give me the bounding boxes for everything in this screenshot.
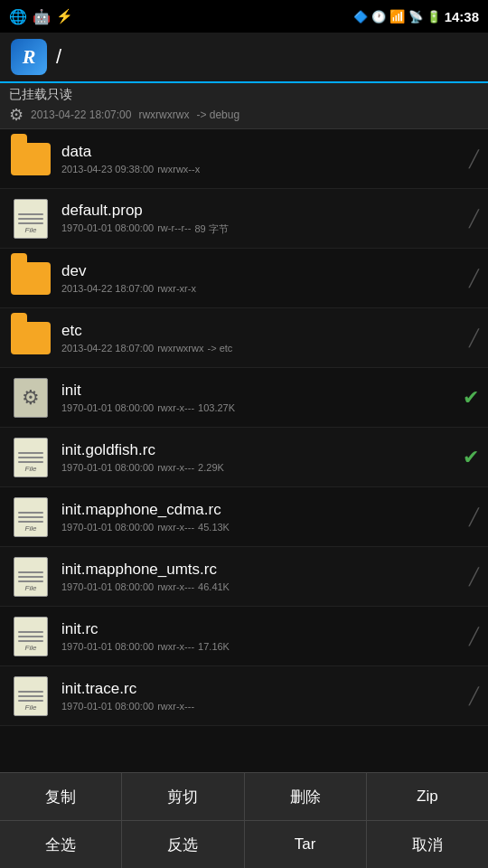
- file-icon: [9, 615, 52, 658]
- file-date: 1970-01-01 08:00:00: [61, 402, 154, 413]
- file-permissions: rwxr-x---: [157, 641, 194, 652]
- file-info: default.prop 1970-01-01 08:00:00rw-r--r-…: [61, 202, 464, 236]
- file-name: data: [61, 143, 464, 161]
- slash-icon: ╱: [469, 149, 479, 169]
- delete-button[interactable]: 删除: [245, 773, 367, 820]
- file-permissions: rwxr-x---: [157, 522, 194, 533]
- current-path: /: [56, 45, 61, 69]
- status-time: 14:38: [445, 9, 479, 24]
- mount-date: 2013-04-22 18:07:00: [31, 108, 131, 121]
- file-info: init.mapphone_cdma.rc 1970-01-01 08:00:0…: [61, 501, 464, 533]
- file-icon: [9, 495, 52, 539]
- file-date: 1970-01-01 08:00:00: [61, 522, 154, 533]
- list-item[interactable]: init.rc 1970-01-01 08:00:00rwxr-x---17.1…: [0, 607, 488, 666]
- file-name: init.rc: [61, 620, 464, 638]
- file-size: 103.27K: [198, 402, 235, 413]
- title-bar: R /: [0, 33, 488, 83]
- list-item[interactable]: init.mapphone_cdma.rc 1970-01-01 08:00:0…: [0, 487, 488, 547]
- list-item[interactable]: default.prop 1970-01-01 08:00:00rw-r--r-…: [0, 189, 488, 249]
- file-list: 已挂载只读 ⚙ 2013-04-22 18:07:00 rwxrwxrwx ->…: [0, 83, 488, 772]
- file-icon: [9, 675, 52, 718]
- file-meta: 2013-04-22 18:07:00rwxr-xr-x: [61, 283, 464, 294]
- select-all-button[interactable]: 全选: [0, 821, 122, 868]
- sys-file-icon: ⚙: [9, 376, 52, 420]
- list-item[interactable]: ⚙ init 1970-01-01 08:00:00rwxr-x---103.2…: [0, 368, 488, 428]
- status-bar-left: 🌐 🤖 ⚡: [9, 8, 73, 25]
- file-info: data 2013-04-23 09:38:00rwxrwx--x: [61, 143, 464, 175]
- button-row-2: 全选 反选 Tar 取消: [0, 820, 488, 868]
- file-name: etc: [61, 322, 464, 340]
- file-date: 1970-01-01 08:00:00: [61, 641, 154, 652]
- file-name: default.prop: [61, 202, 464, 220]
- list-item[interactable]: dev 2013-04-22 18:07:00rwxr-xr-x ╱: [0, 249, 488, 308]
- battery-icon: 🔋: [427, 10, 441, 24]
- bluetooth-icon: 🔷: [353, 10, 368, 24]
- file-meta: 1970-01-01 08:00:00rw-r--r--89 字节: [61, 222, 464, 236]
- app-logo: R: [11, 39, 47, 75]
- folder-icon: [9, 137, 52, 181]
- cut-button[interactable]: 剪切: [122, 773, 244, 820]
- file-items-container: data 2013-04-23 09:38:00rwxrwx--x ╱ defa…: [0, 129, 488, 726]
- file-date: 2013-04-22 18:07:00: [61, 283, 154, 294]
- file-name: init.mapphone_umts.rc: [61, 561, 464, 579]
- file-name: dev: [61, 262, 464, 280]
- file-meta: 1970-01-01 08:00:00rwxr-x---: [61, 701, 464, 712]
- cancel-button[interactable]: 取消: [367, 821, 488, 868]
- file-meta: 1970-01-01 08:00:00rwxr-x---103.27K: [61, 402, 457, 413]
- file-meta: 2013-04-22 18:07:00rwxrwxrwx-> etc: [61, 343, 464, 354]
- folder-icon: [9, 257, 52, 300]
- file-icon: [9, 555, 52, 599]
- check-icon: ✔: [463, 386, 479, 410]
- file-info: init.mapphone_umts.rc 1970-01-01 08:00:0…: [61, 561, 464, 592]
- file-info: dev 2013-04-22 18:07:00rwxr-xr-x: [61, 262, 464, 294]
- file-size: 46.41K: [198, 581, 230, 592]
- file-meta: 2013-04-23 09:38:00rwxrwx--x: [61, 164, 464, 175]
- file-size: 89 字节: [194, 222, 228, 236]
- copy-button[interactable]: 复制: [0, 773, 122, 820]
- tar-button[interactable]: Tar: [245, 821, 367, 868]
- file-permissions: rwxr-x---: [157, 581, 194, 592]
- slash-icon: ╱: [469, 627, 479, 646]
- file-link: -> etc: [207, 343, 232, 354]
- file-date: 1970-01-01 08:00:00: [61, 462, 154, 473]
- list-item[interactable]: data 2013-04-23 09:38:00rwxrwx--x ╱: [0, 129, 488, 189]
- bottom-bar: 复制 剪切 删除 Zip 全选 反选 Tar 取消: [0, 772, 488, 868]
- file-name: init.mapphone_cdma.rc: [61, 501, 464, 519]
- usb-icon: ⚡: [56, 8, 73, 24]
- invert-select-button[interactable]: 反选: [122, 821, 244, 868]
- file-size: 2.29K: [198, 462, 224, 473]
- file-name: init.goldfish.rc: [61, 441, 457, 459]
- file-date: 1970-01-01 08:00:00: [61, 222, 154, 236]
- file-permissions: rwxrwxrwx: [157, 343, 203, 354]
- chrome-icon: 🌐: [9, 8, 27, 25]
- file-permissions: rwxr-x---: [157, 701, 194, 712]
- check-icon: ✔: [463, 446, 479, 469]
- slash-icon: ╱: [469, 269, 479, 288]
- file-permissions: rwxrwx--x: [157, 164, 200, 175]
- slash-icon: ╱: [469, 686, 479, 706]
- mount-header: 已挂载只读 ⚙ 2013-04-22 18:07:00 rwxrwxrwx ->…: [0, 83, 488, 129]
- sys-icon-small: ⚙: [9, 105, 23, 125]
- slash-icon: ╱: [469, 567, 479, 587]
- android-icon: 🤖: [33, 8, 51, 25]
- file-permissions: rwxr-x---: [157, 462, 194, 473]
- list-item[interactable]: init.mapphone_umts.rc 1970-01-01 08:00:0…: [0, 547, 488, 607]
- file-info: init.goldfish.rc 1970-01-01 08:00:00rwxr…: [61, 441, 457, 473]
- file-icon: [9, 197, 52, 241]
- mount-permissions: rwxrwxrwx: [138, 108, 189, 121]
- file-info: init 1970-01-01 08:00:00rwxr-x---103.27K: [61, 382, 457, 413]
- file-permissions: rw-r--r--: [157, 222, 191, 236]
- file-meta: 1970-01-01 08:00:00rwxr-x---45.13K: [61, 522, 464, 533]
- folder-icon: [9, 316, 52, 360]
- list-item[interactable]: init.goldfish.rc 1970-01-01 08:00:00rwxr…: [0, 428, 488, 487]
- file-permissions: rwxr-xr-x: [157, 283, 196, 294]
- list-item[interactable]: etc 2013-04-22 18:07:00rwxrwxrwx-> etc ╱: [0, 308, 488, 368]
- file-date: 2013-04-22 18:07:00: [61, 343, 154, 354]
- file-date: 1970-01-01 08:00:00: [61, 701, 154, 712]
- file-size: 17.16K: [198, 641, 230, 652]
- slash-icon: ╱: [469, 328, 479, 348]
- list-item[interactable]: init.trace.rc 1970-01-01 08:00:00rwxr-x-…: [0, 666, 488, 726]
- zip-button[interactable]: Zip: [367, 773, 488, 820]
- clock-icon: 🕐: [371, 10, 386, 24]
- status-bar: 🌐 🤖 ⚡ 🔷 🕐 📶 📡 🔋 14:38: [0, 0, 488, 33]
